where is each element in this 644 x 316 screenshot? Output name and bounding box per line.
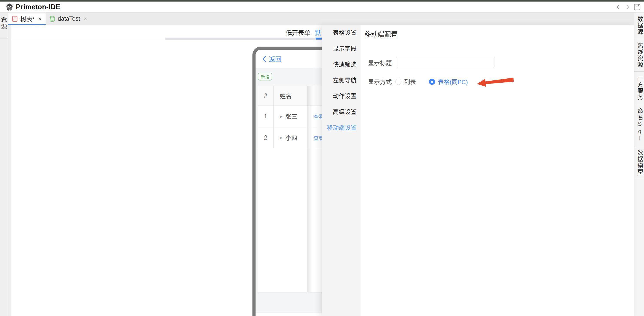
settings-menu-display-fields[interactable]: 显示字段 [322,41,360,57]
settings-menu-quick-filter[interactable]: 快速筛选 [322,57,360,73]
back-chevron-icon[interactable] [262,56,266,62]
designer-tab-default[interactable]: 默 [315,28,321,37]
left-rail-divider [0,38,8,38]
titlebar: Primeton-IDE [0,1,644,12]
right-rail: 数据源 离线资源 三方服务 命名Sql 数据模型 [634,12,644,316]
expand-caret-icon[interactable]: ▶ [280,114,282,119]
right-rail-item-datasource[interactable]: 数据源 [634,12,644,39]
app-title: Primeton-IDE [16,3,60,11]
close-icon[interactable]: × [38,16,42,22]
right-rail-item-offline-resources[interactable]: 离线资源 [634,39,644,72]
settings-menu-table[interactable]: 表格设置 [322,25,360,41]
left-rail: 资源 [0,12,8,316]
settings-menu-actions[interactable]: 动作设置 [322,88,360,104]
row-name: 李四 [286,133,297,142]
red-arrow-annotation [476,75,516,88]
settings-menu-advanced[interactable]: 高级设置 [322,104,360,120]
editor-tab-label: 树表* [20,14,34,23]
settings-panel: 表格设置 显示字段 快速筛选 左侧导航 动作设置 高级设置 移动端设置 移动端配… [322,25,634,316]
editor-tabbar: 树表* × dataTest × [8,12,634,25]
right-rail-item-thirdparty-services[interactable]: 三方服务 [634,72,644,104]
settings-menu-mobile[interactable]: 移动端设置 [322,120,360,136]
editor-tab-label: dataTest [58,15,80,22]
database-icon [50,16,55,22]
settings-menu: 表格设置 显示字段 快速筛选 左侧导航 动作设置 高级设置 移动端设置 [322,25,360,316]
nav-forward-icon[interactable] [624,4,631,10]
form-document-icon [12,16,18,22]
save-icon[interactable] [634,3,641,11]
gap-strip [8,25,11,316]
table-header-index: # [258,86,274,106]
close-icon[interactable]: × [84,16,87,22]
radio-label: 列表 [404,77,416,86]
back-button[interactable]: 返回 [269,54,282,63]
nav-back-icon[interactable] [615,4,622,10]
left-rail-item-resources[interactable]: 资源 [0,16,8,30]
right-rail-item-data-model[interactable]: 数据模型 [634,146,644,179]
table-header-name: 姓名 [274,86,309,106]
radio-list-mode[interactable]: 列表 [395,77,416,86]
editor-tab-tree-form[interactable]: 树表* × [8,12,46,25]
row-index: 2 [258,127,274,148]
row-index: 1 [258,106,274,127]
right-rail-item-named-sql[interactable]: 命名Sql [634,104,644,146]
add-button[interactable]: 新增 [258,73,272,80]
editor-tab-datatest[interactable]: dataTest × [46,12,91,25]
radio-checked-icon[interactable] [429,79,435,85]
display-title-input[interactable] [396,57,495,68]
primeton-logo-icon [5,3,14,11]
display-mode-label: 显示方式 [360,77,392,86]
designer-tab-lowcode-form[interactable]: 低开表单 [286,28,310,37]
window-top-strip [0,0,644,1]
display-title-label: 显示标题 [360,58,392,67]
expand-caret-icon[interactable]: ▶ [280,136,282,140]
radio-table-mode[interactable]: 表格(同PC) [429,77,468,86]
app-window: Primeton-IDE 资源 树表* × [0,0,644,316]
settings-content: 移动端配置 显示标题 显示方式 列表 表格(同PC) [360,25,634,316]
designer-tab-track [165,38,316,39]
radio-label: 表格(同PC) [438,77,468,86]
panel-title: 移动端配置 [364,29,398,39]
settings-menu-left-nav[interactable]: 左侧导航 [322,73,360,88]
row-name: 张三 [286,112,297,121]
panel-divider [364,46,634,46]
radio-unchecked-icon[interactable] [395,79,402,85]
